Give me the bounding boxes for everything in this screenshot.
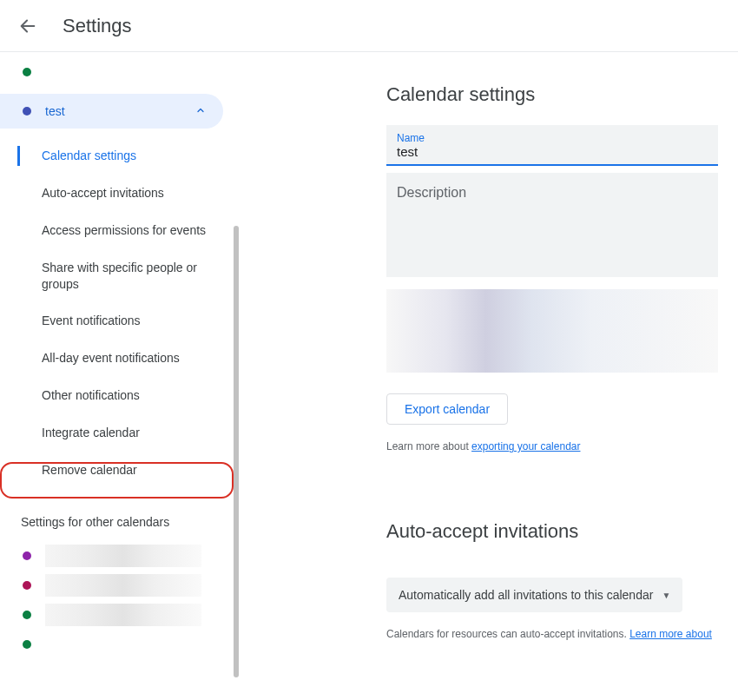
redacted-label <box>45 604 201 626</box>
sidebar-item-share[interactable]: Share with specific people or groups <box>42 249 239 303</box>
name-field-value: test <box>397 144 708 159</box>
auto-accept-help-text: Calendars for resources can auto-accept … <box>386 628 738 640</box>
sidebar: test Calendar settings Auto-accept invit… <box>0 52 239 700</box>
sidebar-item-auto-accept[interactable]: Auto-accept invitations <box>42 175 239 212</box>
sidebar-item-integrate-calendar[interactable]: Integrate calendar <box>42 414 239 452</box>
description-input[interactable]: Description <box>386 173 718 277</box>
section-title-auto-accept: Auto-accept invitations <box>386 520 738 543</box>
caret-down-icon: ▼ <box>662 591 670 600</box>
redacted-block <box>386 289 718 373</box>
sidebar-item-calendar-settings[interactable]: Calendar settings <box>42 137 239 175</box>
exporting-calendar-link[interactable]: exporting your calendar <box>471 440 580 452</box>
learn-more-link[interactable]: Learn more about <box>629 628 712 640</box>
sidebar-item-event-notifications[interactable]: Event notifications <box>42 302 239 340</box>
export-help-text: Learn more about exporting your calendar <box>386 440 738 452</box>
scrollbar[interactable] <box>234 226 239 677</box>
redacted-label <box>45 545 201 567</box>
calendar-dot-icon <box>23 611 31 619</box>
selected-calendar-label: test <box>45 104 195 118</box>
sidebar-item-other-notifications[interactable]: Other notifications <box>42 377 239 414</box>
dropdown-value: Automatically add all invitations to thi… <box>399 588 653 602</box>
calendar-dot-icon <box>23 551 31 560</box>
sidebar-item-remove-calendar[interactable]: Remove calendar <box>42 452 239 489</box>
sidebar-sub-list: Calendar settings Auto-accept invitation… <box>0 137 239 489</box>
other-calendar-row[interactable] <box>0 600 239 630</box>
help-prefix: Calendars for resources can auto-accept … <box>386 628 629 640</box>
other-calendar-row[interactable] <box>0 630 239 659</box>
help-prefix: Learn more about <box>386 440 471 452</box>
name-input[interactable]: Name test <box>386 125 718 166</box>
redacted-label <box>45 574 201 597</box>
sidebar-item-access-permissions[interactable]: Access permissions for events <box>42 212 239 249</box>
calendar-dot-icon <box>23 581 31 590</box>
section-title-calendar-settings: Calendar settings <box>386 83 738 106</box>
calendar-dot-icon <box>23 640 31 649</box>
main-content: Calendar settings Name test Description … <box>239 52 738 700</box>
selected-calendar-row[interactable]: test <box>0 94 223 129</box>
auto-accept-dropdown[interactable]: Automatically add all invitations to thi… <box>386 578 682 612</box>
back-arrow-icon[interactable] <box>17 16 38 36</box>
calendar-dot-icon <box>23 107 31 116</box>
name-field-label: Name <box>397 132 708 144</box>
chevron-up-icon <box>195 103 206 119</box>
calendar-dot-icon <box>23 68 31 76</box>
calendar-color-row <box>0 63 239 82</box>
page-title: Settings <box>63 15 132 37</box>
other-calendar-row[interactable] <box>0 571 239 600</box>
other-calendars-heading: Settings for other calendars <box>0 489 239 541</box>
other-calendar-row[interactable] <box>0 541 239 571</box>
export-calendar-button[interactable]: Export calendar <box>386 393 508 425</box>
description-field-label: Description <box>397 185 708 201</box>
page-header: Settings <box>0 0 738 52</box>
sidebar-item-allday-notifications[interactable]: All-day event notifications <box>42 340 239 377</box>
